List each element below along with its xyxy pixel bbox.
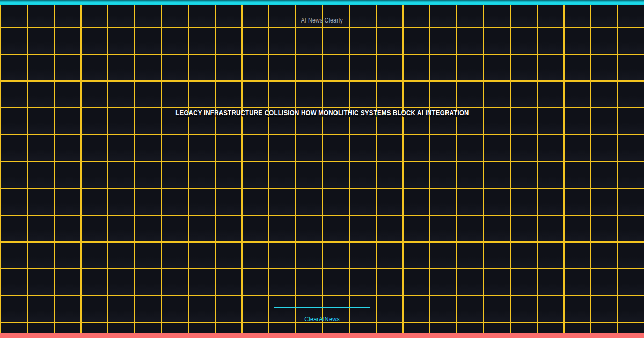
grid-background [0, 0, 644, 338]
page-title-text: LEGACY INFRASTRUCTURE COLLISION HOW MONO… [175, 108, 469, 116]
social-card: AI News Clearly LEGACY INFRASTRUCTURE CO… [0, 0, 644, 338]
page-title: LEGACY INFRASTRUCTURE COLLISION HOW MONO… [0, 108, 644, 116]
site-name-label: AI News Clearly [301, 17, 343, 24]
bottom-accent-bar [0, 333, 644, 338]
brand-name-label: ClearAINews [304, 315, 340, 322]
brand-divider-line [274, 307, 370, 308]
top-accent-bar [0, 0, 644, 5]
brand-name: ClearAINews [0, 315, 644, 322]
site-name: AI News Clearly [0, 17, 644, 24]
